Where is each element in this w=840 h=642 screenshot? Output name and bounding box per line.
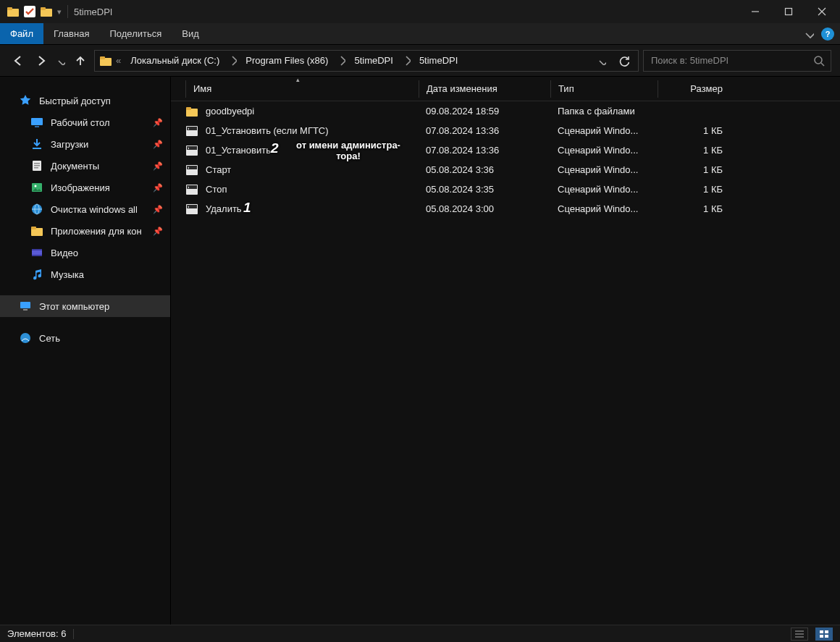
explorer-window: ▾ 5timeDPI Файл Главная Поделиться Вид ?…	[0, 0, 840, 642]
sidebar-this-pc[interactable]: Этот компьютер	[0, 295, 170, 317]
file-list-pane: ▴ Имя Дата изменения Тип Размер 1 2 от и…	[171, 77, 840, 625]
search-box[interactable]	[643, 50, 831, 72]
navigation-pane: Быстрый доступ Рабочий стол 📌 Загрузки 📌…	[0, 77, 171, 625]
back-button[interactable]	[9, 51, 28, 71]
file-name: Старт	[206, 164, 231, 175]
sidebar-item-label: Этот компьютер	[39, 301, 170, 312]
file-name: goodbyedpi	[206, 106, 254, 117]
column-header-date[interactable]: Дата изменения	[419, 80, 550, 98]
address-dropdown-icon[interactable]	[593, 56, 610, 65]
file-type: Сценарий Windo...	[550, 164, 658, 175]
file-size: 1 КБ	[658, 145, 730, 156]
sidebar-item[interactable]: Документы 📌	[0, 155, 170, 177]
pictures-icon	[30, 181, 43, 194]
app-icon	[6, 4, 20, 19]
video-icon	[30, 246, 43, 259]
qat-dropdown-icon[interactable]: ▾	[56, 7, 62, 17]
file-size: 1 КБ	[658, 203, 730, 214]
cmd-icon	[185, 203, 198, 216]
file-date: 05.08.2024 3:00	[419, 203, 550, 214]
svg-rect-33	[825, 635, 828, 638]
cmd-icon	[185, 164, 198, 177]
tab-share[interactable]: Поделиться	[99, 23, 172, 44]
file-row[interactable]: 01_Установить (если МГТС) 07.08.2024 13:…	[171, 121, 840, 140]
sidebar-item-label: Музыка	[51, 269, 170, 280]
cmd-icon	[185, 124, 198, 138]
ribbon-expand-icon[interactable]	[804, 29, 814, 39]
breadcrumb-segment[interactable]: Локальный диск (C:)	[126, 54, 224, 67]
music-icon	[30, 268, 43, 281]
file-name: Стоп	[206, 184, 227, 195]
file-name: 01_Установить (если МГТС)	[206, 125, 329, 136]
search-icon	[813, 55, 825, 67]
breadcrumb-segment[interactable]: Program Files (x86)	[241, 54, 332, 67]
sidebar-item[interactable]: Видео	[0, 242, 170, 263]
help-icon[interactable]: ?	[821, 28, 834, 41]
view-details-button[interactable]	[791, 628, 808, 641]
sort-indicator-icon: ▴	[296, 76, 300, 83]
pc-icon	[19, 300, 32, 313]
chevron-right-icon[interactable]	[335, 54, 347, 67]
breadcrumb-segment[interactable]: 5timeDPI	[350, 54, 397, 67]
file-date: 05.08.2024 3:36	[419, 164, 550, 175]
sidebar-item[interactable]: Музыка	[0, 263, 170, 285]
sidebar-item-label: Сеть	[39, 333, 170, 344]
file-type: Сценарий Windo...	[550, 184, 658, 195]
sidebar-item[interactable]: Изображения 📌	[0, 177, 170, 198]
refresh-button[interactable]	[613, 55, 634, 67]
up-button[interactable]	[71, 51, 90, 71]
svg-rect-30	[820, 630, 823, 633]
file-size: 1 КБ	[658, 164, 730, 175]
minimize-button[interactable]	[739, 0, 772, 23]
breadcrumb-segment[interactable]: 5timeDPI	[415, 54, 462, 67]
file-row[interactable]: Удалить 05.08.2024 3:00 Сценарий Windo..…	[171, 199, 840, 219]
address-folder-icon	[99, 54, 112, 67]
column-header-type[interactable]: Тип	[550, 80, 658, 98]
column-header-name[interactable]: Имя	[185, 80, 419, 98]
close-button[interactable]	[805, 0, 839, 23]
file-row[interactable]: Стоп 05.08.2024 3:35 Сценарий Windo... 1…	[171, 179, 840, 199]
file-row[interactable]: 01_Установить 07.08.2024 13:36 Сценарий …	[171, 140, 840, 160]
view-thumbnails-button[interactable]	[815, 628, 833, 641]
status-item-count: Элементов: 6	[7, 628, 66, 639]
navigation-bar: « Локальный диск (C:) Program Files (x86…	[0, 45, 840, 77]
file-list[interactable]: 1 2 от имени администра- тора! goodbyedp…	[171, 101, 840, 625]
qat-folder-icon[interactable]	[39, 4, 54, 19]
file-type: Сценарий Windo...	[550, 203, 658, 214]
svg-rect-31	[825, 630, 828, 633]
file-row[interactable]: goodbyedpi 09.08.2024 18:59 Папка с файл…	[171, 101, 840, 121]
recent-locations-button[interactable]	[55, 51, 67, 71]
maximize-button[interactable]	[772, 0, 805, 23]
sidebar-item[interactable]: Приложения для кон 📌	[0, 220, 170, 242]
tab-file[interactable]: Файл	[0, 23, 43, 44]
chevron-right-icon[interactable]	[400, 54, 412, 67]
tab-view[interactable]: Вид	[172, 23, 209, 44]
pin-icon: 📌	[153, 183, 163, 193]
file-name: 01_Установить	[206, 145, 271, 156]
sidebar-item[interactable]: Загрузки 📌	[0, 133, 170, 155]
documents-icon	[30, 159, 43, 172]
folder-icon	[30, 224, 43, 237]
file-size: 1 КБ	[658, 184, 730, 195]
qat-properties-icon[interactable]	[22, 4, 37, 19]
pin-icon: 📌	[153, 118, 163, 127]
search-input[interactable]	[650, 54, 813, 67]
sidebar-network[interactable]: Сеть	[0, 327, 170, 349]
forward-button[interactable]	[32, 51, 51, 71]
chevron-right-icon[interactable]	[227, 54, 238, 67]
sidebar-item[interactable]: Очистка windows all 📌	[0, 198, 170, 220]
column-header-size[interactable]: Размер	[658, 80, 730, 98]
svg-rect-26	[786, 9, 792, 15]
sidebar-item[interactable]: Рабочий стол 📌	[0, 111, 170, 133]
file-row[interactable]: Старт 05.08.2024 3:36 Сценарий Windo... …	[171, 160, 840, 179]
sidebar-quick-access[interactable]: Быстрый доступ	[0, 90, 170, 111]
address-bar[interactable]: « Локальный диск (C:) Program Files (x86…	[94, 50, 639, 72]
network-icon	[19, 331, 32, 345]
column-headers: ▴ Имя Дата изменения Тип Размер	[171, 77, 840, 101]
sidebar-item-label: Быстрый доступ	[39, 96, 170, 106]
svg-rect-32	[820, 635, 823, 638]
file-type: Сценарий Windo...	[550, 145, 658, 156]
file-date: 07.08.2024 13:36	[419, 145, 550, 156]
sidebar-item-label: Видео	[51, 248, 170, 258]
tab-home[interactable]: Главная	[43, 23, 99, 44]
